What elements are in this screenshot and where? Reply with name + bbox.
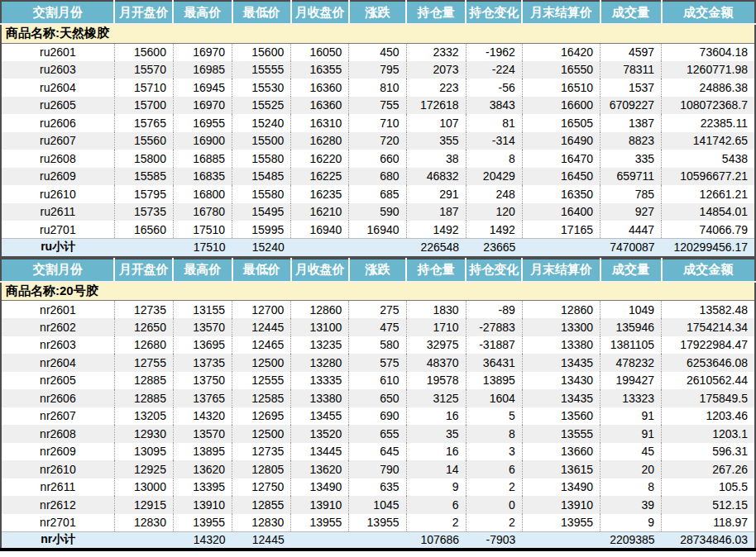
- value-cell: 120: [466, 203, 522, 221]
- table-row: ru26081580016885155801622066038816470335…: [1, 150, 755, 168]
- column-header-1: 交割月份: [1, 1, 114, 24]
- value-cell: 1203.1: [662, 425, 755, 443]
- header-row: 交割月份月开盘价最高价最低价月收盘价涨跌持仓量持仓变化月末结算价成交量成交金额: [1, 1, 755, 24]
- table-row: ru26051570016970155251636075517261838431…: [1, 97, 755, 115]
- product-name: 商品名称:天然橡胶: [1, 24, 755, 43]
- value-cell: 2610562.44: [662, 372, 755, 390]
- contract-month-cell: ru2603: [1, 61, 114, 79]
- value-cell: 15600: [114, 43, 173, 61]
- value-cell: 680: [349, 168, 406, 186]
- value-cell: 45: [600, 443, 662, 461]
- value-cell: 48370: [406, 354, 466, 372]
- subtotal-value-cell: [291, 531, 349, 550]
- value-cell: 12650: [114, 318, 173, 336]
- value-cell: 2073: [406, 61, 466, 79]
- value-cell: 15995: [232, 221, 291, 239]
- value-cell: 12500: [232, 425, 291, 443]
- value-cell: 2: [466, 514, 522, 532]
- value-cell: 16360: [291, 97, 349, 115]
- value-cell: 720: [349, 132, 406, 150]
- subtotal-value-cell: [114, 239, 173, 257]
- subtotal-value-cell: 17510: [173, 239, 232, 257]
- table-row: nr27011283013955128301395513955221395591…: [1, 514, 755, 532]
- value-cell: 9: [406, 478, 466, 497]
- column-header-7: 持仓量: [406, 1, 466, 24]
- value-cell: 12860: [522, 301, 600, 319]
- product-name-label: 商品名称:: [6, 26, 60, 40]
- table-row: ru260415710169451553016360810223-5616510…: [1, 79, 755, 97]
- value-cell: 1492: [406, 221, 466, 239]
- value-cell: 16945: [173, 79, 232, 97]
- contract-month-cell: ru2605: [1, 97, 114, 115]
- value-cell: -314: [466, 132, 522, 150]
- value-cell: 13620: [291, 460, 349, 478]
- value-cell: 2: [406, 514, 466, 532]
- value-cell: 1049: [600, 301, 662, 319]
- value-cell: 20: [600, 460, 662, 478]
- value-cell: 12695: [232, 407, 291, 426]
- value-cell: 78311: [600, 61, 662, 79]
- value-cell: 13520: [291, 425, 349, 443]
- value-cell: 248: [466, 185, 522, 203]
- product-name-label: 商品名称:: [6, 283, 60, 298]
- value-cell: 3125: [406, 389, 466, 407]
- value-cell: 810: [349, 79, 406, 97]
- value-cell: 755: [349, 97, 406, 115]
- value-cell: 118.97: [662, 514, 755, 532]
- value-cell: 13455: [291, 407, 349, 426]
- value-cell: 12445: [232, 318, 291, 336]
- table-natural-rubber: 交割月份月开盘价最高价最低价月收盘价涨跌持仓量持仓变化月末结算价成交量成交金额 …: [0, 0, 756, 258]
- value-cell: 12750: [232, 478, 291, 497]
- value-cell: 199427: [600, 372, 662, 390]
- table-row: ru260715560169001550016280720355-3141649…: [1, 132, 755, 150]
- table-row: ru26091558516835154851622568046832204291…: [1, 168, 755, 186]
- subtotal-value-cell: [349, 239, 406, 257]
- column-header-4: 最低价: [232, 1, 291, 24]
- value-cell: 13660: [522, 443, 600, 461]
- value-cell: 15700: [114, 97, 173, 115]
- value-cell: 13955: [522, 514, 600, 532]
- contract-month-cell: ru2701: [1, 221, 114, 239]
- value-cell: 16310: [291, 114, 349, 132]
- value-cell: 16835: [173, 168, 232, 186]
- value-cell: 1710: [406, 318, 466, 336]
- value-cell: -89: [466, 301, 522, 319]
- value-cell: 16600: [522, 97, 600, 115]
- column-header-10: 成交量: [600, 1, 662, 24]
- value-cell: 15485: [232, 168, 291, 186]
- value-cell: 135946: [600, 318, 662, 336]
- value-cell: 13910: [522, 496, 600, 514]
- value-cell: 16955: [173, 114, 232, 132]
- value-cell: 16780: [173, 203, 232, 221]
- value-cell: 1260771.98: [662, 61, 755, 79]
- value-cell: 635: [349, 478, 406, 497]
- value-cell: 15580: [232, 185, 291, 203]
- value-cell: 1203.46: [662, 407, 755, 426]
- value-cell: 91: [600, 425, 662, 443]
- value-cell: 38: [406, 150, 466, 168]
- table-row: ru2603155701698515555163557952073-224165…: [1, 61, 755, 79]
- column-header-6: 涨跌: [349, 1, 406, 24]
- product-name-row: 商品名称:20号胶: [1, 282, 755, 301]
- value-cell: 795: [349, 61, 406, 79]
- value-cell: 16970: [173, 43, 232, 61]
- column-header-8: 持仓变化: [466, 259, 522, 282]
- value-cell: 223: [406, 79, 466, 97]
- value-cell: 1754214.34: [662, 318, 755, 336]
- column-header-4: 最低价: [232, 259, 291, 282]
- value-cell: 32975: [406, 336, 466, 355]
- column-header-2: 月开盘价: [114, 1, 173, 24]
- subtotal-value-cell: 7470087: [600, 239, 662, 257]
- value-cell: 16350: [522, 185, 600, 203]
- value-cell: 10596677.21: [662, 168, 755, 186]
- value-cell: 17510: [173, 221, 232, 239]
- value-cell: 14: [406, 460, 466, 478]
- contract-month-cell: nr2603: [1, 336, 114, 355]
- value-cell: 13895: [173, 443, 232, 461]
- column-header-3: 最高价: [173, 259, 232, 282]
- table-row: nr26071320514320126951345569016513560911…: [1, 407, 755, 426]
- value-cell: 13955: [291, 514, 349, 532]
- value-cell: 14854.01: [662, 203, 755, 221]
- value-cell: 16450: [522, 168, 600, 186]
- value-cell: 12885: [114, 372, 173, 390]
